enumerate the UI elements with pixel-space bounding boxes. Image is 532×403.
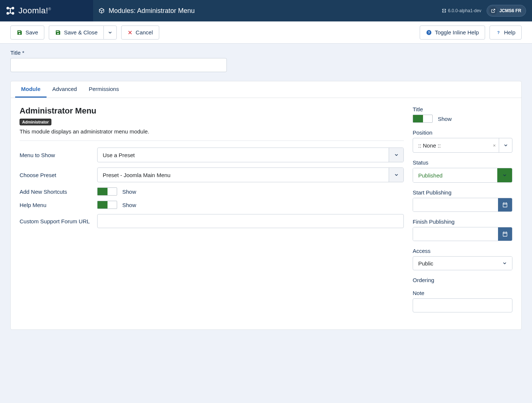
field-access: Access Public	[413, 248, 512, 270]
tabs: Module Advanced Permissions	[11, 81, 521, 98]
access-value: Public	[413, 257, 497, 270]
side-title-label: Title	[413, 106, 512, 112]
add-shortcuts-state: Show	[122, 189, 136, 195]
row-custom-url: Custom Support Forum URL	[20, 214, 404, 228]
chevron-down-icon	[497, 257, 512, 270]
chevron-down-icon	[389, 148, 403, 162]
cancel-button[interactable]: Cancel	[121, 26, 159, 40]
version-badge[interactable]: 6.0.0-alpha1-dev	[442, 8, 481, 13]
svg-point-0	[7, 7, 9, 10]
chevron-down-icon	[108, 30, 113, 35]
field-finish-publishing: Finish Publishing	[413, 219, 512, 241]
title-input[interactable]	[10, 58, 227, 72]
external-link-icon	[489, 7, 497, 15]
topbar: Joomla!® Modules: Administrator Menu 6.0…	[0, 0, 532, 21]
toggle-help-button[interactable]: ? Toggle Inline Help	[420, 26, 485, 40]
note-label: Note	[413, 290, 512, 296]
finish-pub-label: Finish Publishing	[413, 219, 512, 225]
side-column: Title Show Position :: None :: × Sta	[413, 106, 512, 319]
position-label: Position	[413, 129, 512, 136]
calendar-icon	[502, 231, 508, 237]
help-button[interactable]: ? Help	[490, 26, 522, 40]
close-icon	[127, 30, 133, 35]
save-close-button[interactable]: Save & Close	[49, 26, 103, 40]
svg-text:?: ?	[428, 31, 430, 34]
field-ordering: Ordering	[413, 277, 512, 283]
module-heading: Administrator Menu	[20, 106, 404, 116]
title-label: Title *	[10, 50, 522, 56]
help-menu-toggle[interactable]	[97, 201, 117, 209]
add-shortcuts-label: Add New Shortcuts	[20, 189, 97, 195]
menu-to-show-value: Use a Preset	[98, 148, 389, 162]
svg-point-3	[12, 12, 14, 15]
save-button[interactable]: Save	[10, 26, 44, 40]
finish-pub-field	[413, 227, 512, 241]
joomla-small-icon	[442, 9, 446, 13]
side-title-toggle[interactable]	[413, 115, 433, 123]
choose-preset-label: Choose Preset	[20, 172, 97, 178]
tab-advanced[interactable]: Advanced	[47, 81, 83, 98]
question-icon: ?	[496, 30, 501, 35]
version-text: 6.0.0-alpha1-dev	[448, 8, 481, 13]
help-label: Help	[504, 29, 515, 35]
ordering-label: Ordering	[413, 277, 512, 283]
module-desc: This module displays an administrator me…	[20, 128, 404, 135]
calendar-button[interactable]	[498, 198, 512, 211]
start-pub-input[interactable]	[413, 198, 498, 211]
field-note: Note	[413, 290, 512, 312]
help-menu-label: Help Menu	[20, 202, 97, 208]
question-circle-icon: ?	[426, 30, 432, 35]
toolbar: Save Save & Close Cancel ? Toggle Inline…	[0, 21, 532, 44]
tab-module[interactable]: Module	[15, 81, 47, 98]
position-value: :: None ::	[413, 138, 490, 152]
chevron-down-icon	[389, 168, 403, 182]
svg-point-1	[12, 7, 14, 10]
svg-text:?: ?	[497, 30, 499, 34]
cube-icon	[98, 7, 105, 14]
field-position: Position :: None :: ×	[413, 129, 512, 153]
status-select[interactable]: Published	[413, 168, 512, 183]
clear-icon[interactable]: ×	[490, 138, 499, 152]
row-add-shortcuts: Add New Shortcuts Show	[20, 187, 404, 196]
start-pub-field	[413, 198, 512, 212]
save-close-caret[interactable]	[103, 26, 117, 40]
toggle-help-label: Toggle Inline Help	[435, 29, 479, 35]
field-start-publishing: Start Publishing	[413, 189, 512, 212]
user-name: JCMS6 FR	[499, 8, 521, 13]
choose-preset-value: Preset - Joomla Main Menu	[98, 168, 389, 182]
position-select[interactable]: :: None :: ×	[413, 138, 512, 153]
joomla-logo-icon	[5, 6, 16, 16]
admin-badge: Administrator	[20, 119, 51, 125]
row-choose-preset: Choose Preset Preset - Joomla Main Menu	[20, 167, 404, 182]
topbar-right: 6.0.0-alpha1-dev JCMS6 FR	[442, 5, 532, 17]
calendar-icon	[502, 202, 508, 208]
divider	[20, 140, 404, 141]
row-help-menu: Help Menu Show	[20, 201, 404, 209]
menu-to-show-select[interactable]: Use a Preset	[97, 148, 404, 162]
choose-preset-select[interactable]: Preset - Joomla Main Menu	[97, 167, 404, 182]
save-close-group: Save & Close	[49, 26, 117, 40]
save-icon	[17, 30, 23, 35]
status-value: Published	[413, 168, 497, 182]
field-title-toggle: Title Show	[413, 106, 512, 123]
row-menu-to-show: Menu to Show Use a Preset	[20, 148, 404, 162]
help-menu-state: Show	[122, 202, 136, 208]
tab-permissions[interactable]: Permissions	[83, 81, 125, 98]
side-title-state: Show	[438, 116, 452, 122]
start-pub-label: Start Publishing	[413, 189, 512, 196]
module-panel: Module Advanced Permissions Administrato…	[10, 81, 522, 330]
page-title: Modules: Administrator Menu	[93, 7, 442, 15]
custom-url-input[interactable]	[97, 214, 404, 228]
user-menu[interactable]: JCMS6 FR	[487, 5, 526, 17]
finish-pub-input[interactable]	[413, 227, 498, 241]
menu-to-show-label: Menu to Show	[20, 152, 97, 158]
access-select[interactable]: Public	[413, 256, 512, 270]
page-area: Title * Module Advanced Permissions Admi…	[0, 44, 532, 340]
chevron-down-icon	[499, 138, 512, 152]
note-input[interactable]	[413, 298, 512, 312]
calendar-button[interactable]	[498, 227, 512, 241]
svg-point-2	[7, 12, 9, 15]
logo-area[interactable]: Joomla!®	[0, 0, 93, 21]
save-icon	[55, 30, 61, 35]
add-shortcuts-toggle[interactable]	[97, 187, 117, 196]
